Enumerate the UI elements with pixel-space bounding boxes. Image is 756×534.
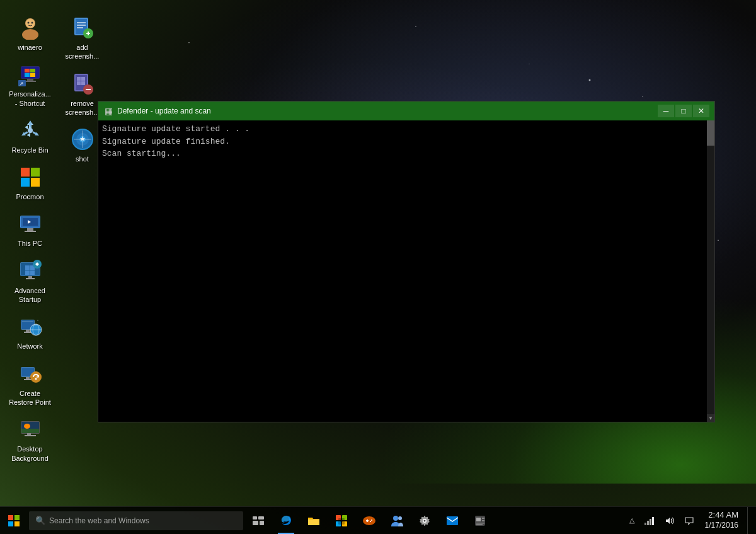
svg-rect-17 (31, 168, 40, 177)
svg-point-93 (363, 516, 375, 525)
taskbar-search-bar[interactable]: 🔍 Search the web and Windows (29, 511, 243, 530)
svg-rect-19 (31, 178, 40, 187)
svg-rect-32 (26, 278, 35, 279)
svg-rect-111 (650, 519, 651, 525)
console-close-button[interactable]: ✕ (693, 105, 709, 117)
svg-rect-95 (367, 519, 368, 522)
svg-point-1 (22, 29, 38, 40)
settings-taskbar-button[interactable] (411, 507, 438, 535)
console-maximize-button[interactable]: □ (675, 105, 692, 117)
svg-rect-108 (476, 524, 483, 525)
desktop-icon-create-restore[interactable]: Create Restore Point (6, 359, 54, 410)
create-restore-label: Create Restore Point (9, 389, 51, 407)
svg-rect-109 (644, 523, 646, 525)
svg-point-97 (370, 521, 371, 522)
svg-rect-83 (253, 516, 257, 519)
svg-rect-27 (25, 265, 30, 270)
svg-rect-59 (77, 22, 86, 23)
svg-point-49 (30, 371, 42, 383)
task-view-button[interactable] (244, 507, 272, 535)
search-placeholder-text: Search the web and Windows (49, 516, 149, 525)
svg-rect-79 (8, 515, 13, 520)
console-minimize-button[interactable]: ─ (658, 105, 674, 117)
svg-rect-16 (21, 168, 30, 177)
start-button[interactable] (0, 507, 28, 535)
add-screenshot-label: add screensh... (61, 43, 103, 61)
svg-rect-85 (253, 521, 258, 525)
recycle-bin-label: Recycle Bin (11, 146, 48, 154)
svg-rect-61 (77, 27, 83, 28)
svg-point-98 (393, 516, 398, 521)
svg-rect-92 (338, 518, 345, 525)
svg-rect-18 (21, 178, 30, 187)
scrollbar-down-arrow[interactable]: ▼ (707, 414, 714, 422)
desktop-icons-container: winaero ↗ (0, 6, 107, 511)
svg-rect-81 (8, 521, 13, 526)
console-title-icon (103, 106, 113, 116)
personaliza-icon: ↗ (18, 62, 43, 87)
svg-rect-10 (30, 69, 35, 73)
console-title-text: Defender - update and scan (117, 107, 658, 115)
svg-rect-112 (652, 517, 654, 525)
personaliza-label: Personaliza... - Shortcut (9, 90, 51, 108)
svg-rect-8 (25, 81, 36, 82)
svg-rect-48 (24, 379, 32, 380)
network-status-icon[interactable] (641, 507, 658, 535)
desktop-icon-personaliza[interactable]: ↗ Personaliza... - Shortcut (6, 59, 54, 110)
desktop-icon-advanced-startup[interactable]: Advanced Startup (6, 256, 54, 307)
desktop-icon-network[interactable]: Network (6, 311, 54, 353)
desktop-icon-procmon[interactable]: Procmon (6, 162, 54, 204)
svg-point-99 (398, 516, 402, 520)
winaero-label: winaero (18, 43, 42, 52)
svg-rect-106 (482, 520, 484, 521)
this-pc-label: This PC (18, 239, 42, 248)
mail-button[interactable] (438, 507, 466, 535)
game-button[interactable] (355, 507, 383, 535)
svg-rect-38 (22, 321, 33, 322)
search-icon: 🔍 (35, 516, 45, 525)
svg-rect-107 (476, 523, 484, 524)
desktop-icon-winaero[interactable]: winaero (6, 13, 54, 54)
svg-rect-105 (482, 518, 484, 519)
svg-rect-7 (27, 79, 33, 81)
console-titlebar: Defender - update and scan ─ □ ✕ (98, 102, 714, 120)
svg-rect-110 (647, 521, 649, 525)
edge-browser-button[interactable] (272, 507, 300, 535)
shot-label: shot (76, 154, 89, 163)
desktop-icon-recycle-bin[interactable]: Recycle Bin (6, 115, 54, 157)
show-desktop-button[interactable] (747, 507, 751, 535)
file-explorer-button[interactable] (300, 507, 328, 535)
people-button[interactable] (383, 507, 411, 535)
scrollbar-thumb[interactable] (707, 120, 714, 146)
svg-rect-36 (26, 330, 30, 332)
svg-rect-64 (88, 32, 89, 35)
svg-rect-68 (81, 77, 85, 81)
svg-point-96 (371, 519, 372, 521)
svg-rect-82 (14, 521, 20, 526)
svg-point-4 (31, 22, 33, 24)
svg-rect-84 (258, 516, 264, 519)
svg-rect-60 (77, 25, 86, 26)
desktop-icon-add-screenshot[interactable]: add screensh... (59, 13, 106, 64)
volume-icon[interactable] (661, 507, 679, 535)
console-scrollbar[interactable]: ▲ ▼ (707, 120, 714, 422)
network-icon (18, 314, 43, 339)
svg-rect-30 (30, 270, 35, 275)
svg-point-101 (424, 519, 426, 521)
svg-rect-11 (25, 73, 30, 77)
news-button[interactable] (466, 507, 494, 535)
desktop-icon-desktop-bg[interactable]: Desktop Background (6, 414, 54, 465)
store-button[interactable] (328, 507, 355, 535)
notification-icon[interactable] (681, 507, 697, 535)
console-content: Signature update started . . . Signature… (98, 120, 707, 422)
clock-date: 1/17/2016 (705, 521, 738, 531)
console-controls: ─ □ ✕ (658, 105, 709, 117)
svg-rect-29 (25, 270, 30, 275)
console-window: Defender - update and scan ─ □ ✕ Signatu… (98, 101, 715, 422)
show-hidden-icons-button[interactable]: △ (626, 507, 638, 535)
svg-rect-55 (27, 433, 31, 435)
svg-point-15 (28, 128, 33, 133)
desktop-icon-this-pc[interactable]: This PC (6, 209, 54, 250)
taskbar-clock[interactable]: 2:44 AM 1/17/2016 (700, 507, 743, 535)
svg-rect-80 (14, 515, 20, 520)
